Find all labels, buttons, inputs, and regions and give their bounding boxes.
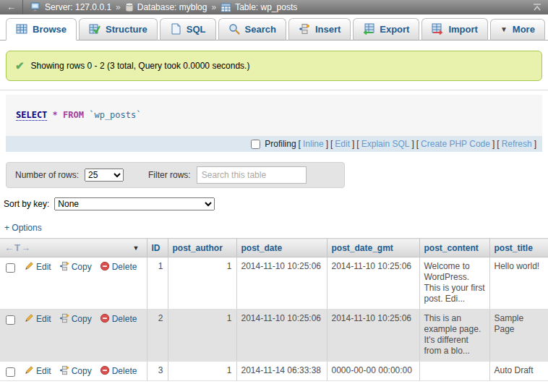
cell-post-content [419,362,489,381]
tab-export[interactable]: Export [353,18,419,41]
delete-row-link[interactable]: Delete [100,262,137,272]
tab-label: Export [380,24,409,35]
copy-icon [59,313,69,323]
column-header-post-date-gmt[interactable]: post_date_gmt [327,239,419,257]
back-arrow-icon[interactable]: ← [0,0,23,14]
search-icon [228,23,240,35]
column-header-post-title[interactable]: post_title [489,239,548,257]
delete-icon [100,261,110,271]
delete-row-link[interactable]: Delete [100,314,137,324]
sql-keyword-select[interactable]: SELECT [16,110,47,121]
column-header-id[interactable]: ID [147,239,168,257]
breadcrumb: ← Server: 127.0.0.1 » Database: myblog »… [0,0,548,14]
copy-icon [59,261,69,271]
cell-post-title: Sample Page [489,310,548,362]
tab-label: Import [448,24,477,35]
edit-row-link[interactable]: Edit [24,366,51,376]
cell-id: 2 [147,310,168,362]
bracket: ] [326,139,328,149]
sql-star: * [53,110,58,120]
insert-row-icon [299,23,310,35]
sql-page-icon [170,23,181,35]
cell-post-author: 1 [168,310,236,362]
copy-icon [59,365,69,375]
breadcrumb-server[interactable]: Server: 127.0.0.1 [30,2,111,12]
delete-row-link[interactable]: Delete [100,366,137,376]
tab-label: Browse [33,24,67,35]
tab-browse[interactable]: Browse [6,18,77,41]
header-row: ←T→ ▼ ID post_author post_date post_date… [0,239,548,257]
sort-by-key-select[interactable]: None [54,197,215,210]
breadcrumb-separator: » [116,2,121,12]
cell-post-title: Hello world! [489,257,548,310]
sort-by-key-label: Sort by key: [4,199,49,209]
row-checkbox[interactable] [6,367,15,377]
export-icon [363,23,374,35]
tab-label: Search [245,24,276,35]
bracket: [ [299,139,301,149]
bracket: ] [492,139,495,149]
sql-query-region: SELECT * FROM `wp_posts` Profiling [ Inl… [6,95,542,152]
success-message-text: Showing rows 0 - 2 (3 total, Query took … [31,61,250,71]
profiling-label: Profiling [265,139,296,149]
edit-query-link[interactable]: Edit [335,139,350,149]
bracket: ] [534,139,536,149]
number-of-rows-select[interactable]: 25 [85,169,124,182]
breadcrumb-database[interactable]: Database: myblog [125,2,207,12]
collapse-icon[interactable] [532,3,542,12]
row-checkbox[interactable] [6,263,15,273]
pencil-icon [24,313,34,323]
number-of-rows-label: Number of rows: [15,170,79,180]
chevron-down-icon: ▼ [500,25,508,33]
tab-more[interactable]: ▼ More [490,19,545,41]
tab-structure[interactable]: Structure [79,18,158,41]
action-columns-icon[interactable]: ←T→ [4,242,31,253]
sql-table-name: `wp_posts` [89,110,141,120]
edit-row-link[interactable]: Edit [24,262,51,272]
profiling-checkbox[interactable] [251,140,260,149]
pencil-icon [24,261,34,271]
sql-query-code: SELECT * FROM `wp_posts` [6,95,542,136]
column-header-post-author[interactable]: post_author [168,239,236,257]
column-header-post-content[interactable]: post_content [419,239,489,257]
copy-row-link[interactable]: Copy [59,366,92,376]
cell-post-content: This is an example page. It's different … [419,310,489,362]
breadcrumb-table-label: Table: wp_posts [235,2,297,12]
table-icon [221,3,231,12]
row-checkbox[interactable] [6,315,15,325]
tab-search[interactable]: Search [218,18,286,41]
refresh-link[interactable]: Refresh [502,139,532,149]
bracket: [ [497,139,499,149]
sort-controls: Sort by key: None [4,197,548,210]
copy-row-link[interactable]: Copy [59,262,92,272]
breadcrumb-separator: » [211,2,216,12]
cell-id: 1 [147,257,168,310]
options-toggle[interactable]: + Options [4,223,42,233]
filter-rows-input[interactable] [197,166,307,184]
sort-descending-icon[interactable]: ▼ [133,244,140,252]
tab-sql[interactable]: SQL [160,18,216,41]
copy-row-link[interactable]: Copy [59,314,92,324]
filter-rows-label: Filter rows: [148,170,191,180]
tab-import[interactable]: Import [421,18,487,41]
breadcrumb-server-label: Server: 127.0.0.1 [45,2,111,12]
success-message: ✔ Showing rows 0 - 2 (3 total, Query too… [6,51,542,81]
import-icon [432,23,443,35]
delete-icon [100,313,110,323]
delete-icon [100,365,110,375]
browse-table-icon [16,23,27,35]
breadcrumb-table[interactable]: Table: wp_posts [221,2,297,12]
cell-post-content: Welcome to WordPress. This is your first… [419,257,489,310]
tab-insert[interactable]: Insert [288,18,351,41]
inline-link[interactable]: Inline [303,139,324,149]
edit-row-link[interactable]: Edit [24,314,51,324]
create-php-code-link[interactable]: Create PHP Code [421,139,490,149]
explain-sql-link[interactable]: Explain SQL [361,139,410,149]
bracket: ] [352,139,354,149]
row-actions: EditCopyDelete [0,310,147,362]
sql-keyword-from: FROM [63,110,84,120]
tab-label: Insert [315,24,341,35]
tab-label: More [513,24,535,35]
tab-label: SQL [187,24,206,35]
column-header-post-date[interactable]: post_date [236,239,327,257]
